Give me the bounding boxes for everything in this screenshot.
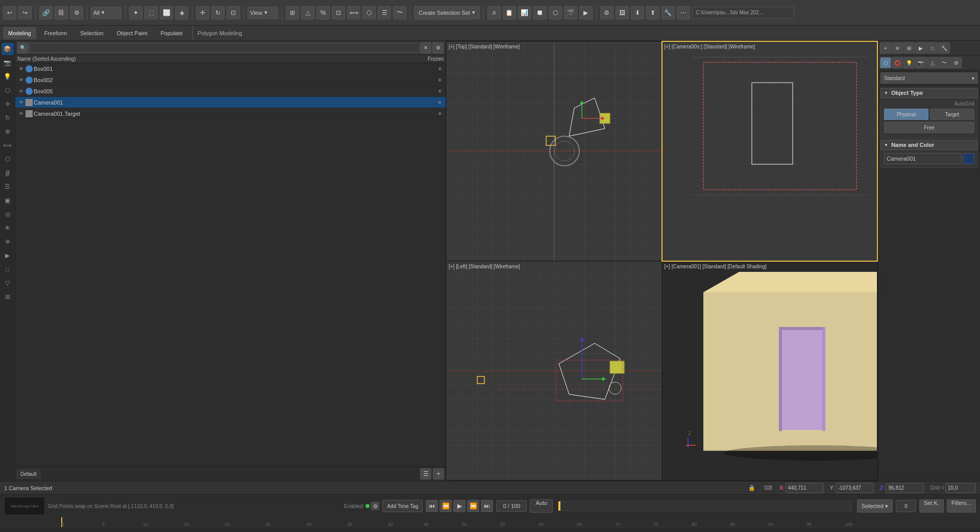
spacewarp-create-icon[interactable]: 〜 (939, 57, 950, 68)
render-frame-button[interactable]: ▶ (579, 6, 593, 19)
z-value[interactable]: 96,812 (886, 483, 924, 493)
cam-create-icon[interactable]: 📷 (915, 57, 926, 68)
sidebar-helper-icon[interactable]: ⊞ (2, 291, 14, 303)
color-swatch[interactable] (963, 153, 974, 164)
sidebar-3dsnap-icon[interactable]: ∯ (2, 167, 14, 179)
eye-icon-camera001-target[interactable]: 👁 (17, 110, 24, 117)
anim-start-button[interactable]: ⏮ (426, 500, 438, 512)
rotate-button[interactable]: ↻ (211, 6, 225, 19)
grid-value[interactable]: 10,0 (945, 483, 976, 493)
sidebar-rotate-icon[interactable]: ↻ (2, 112, 14, 124)
settings-button[interactable]: ⚙ (600, 6, 614, 19)
link-button[interactable]: 🔗 (39, 6, 53, 19)
snap-2d-button[interactable]: ⊞ (286, 6, 299, 19)
sidebar-scene-icon[interactable]: 📦 (2, 43, 14, 55)
sidebar-filter-icon[interactable]: ▽ (2, 277, 14, 289)
sidebar-display-icon[interactable]: □ (2, 263, 14, 275)
physical-button[interactable]: Physical (884, 109, 928, 120)
bind-space-warp-button[interactable]: ⚙ (70, 6, 83, 19)
curve-editor-button[interactable]: 〜 (393, 6, 406, 19)
tab-selection[interactable]: Selection (75, 27, 108, 39)
light-create-icon[interactable]: 💡 (903, 57, 915, 68)
layer-button[interactable]: ☰ (378, 6, 391, 19)
anim-play-button[interactable]: ▶ (453, 500, 465, 512)
tools-button[interactable]: 🔧 (662, 6, 675, 19)
sidebar-group-icon[interactable]: ▣ (2, 194, 14, 207)
render-setup-button[interactable]: 🎬 (564, 6, 577, 19)
select-button[interactable]: ✦ (129, 6, 142, 19)
scene-exp-button[interactable]: 📋 (503, 6, 516, 19)
undo-button[interactable]: ↩ (3, 6, 16, 19)
spinner-snap-button[interactable]: ⊡ (332, 6, 345, 19)
anim-end-button[interactable]: ⏭ (481, 500, 493, 512)
sidebar-align-icon[interactable]: ⬡ (2, 153, 14, 165)
viewport-left[interactable]: [+] [Left] [Standard] [Wireframe] (447, 262, 662, 480)
timeline-slider[interactable] (558, 501, 852, 511)
set-k-button[interactable]: Set K. (919, 499, 944, 513)
tab-modeling[interactable]: Modeling (3, 27, 36, 39)
render-settings-button[interactable]: 🖼 (616, 6, 629, 19)
angle-snap-button[interactable]: △ (301, 6, 314, 19)
mirror-button[interactable]: ⟺ (347, 6, 360, 19)
select-region-button[interactable]: ⬚ (144, 6, 158, 19)
eye-icon-camera001[interactable]: 👁 (17, 99, 24, 106)
scene-item-box005[interactable]: 👁 Box005 ❄ (15, 86, 446, 97)
scale-button[interactable]: ⊡ (227, 6, 240, 19)
view-dropdown[interactable]: View▾ (248, 7, 278, 19)
layer-manage-icon[interactable]: ☰ (420, 468, 431, 479)
track-view-button[interactable]: 📊 (518, 6, 531, 19)
lock-icon[interactable]: 🔒 (747, 483, 757, 493)
percent-snap-button[interactable]: % (316, 6, 330, 19)
scene-search-input[interactable] (30, 43, 419, 53)
motion-icon[interactable]: ▶ (915, 42, 926, 54)
sidebar-render-icon[interactable]: ▶ (2, 249, 14, 262)
auto-key-button[interactable]: Auto (530, 499, 553, 513)
scene-options-icon[interactable]: ⚙ (432, 42, 444, 54)
viewport-camera-top[interactable]: [+] [Camera00s:] [Standard] [Wireframe] (663, 42, 877, 261)
scene-item-camera001[interactable]: 👁 Camera001 ❄ (15, 97, 446, 108)
shape-create-icon[interactable]: ⭕ (892, 57, 903, 68)
standard-dropdown[interactable]: Standard ▾ (880, 72, 978, 84)
object-type-header[interactable]: ▼ Object Type (880, 88, 978, 98)
free-button[interactable]: Free (884, 122, 974, 133)
frame-number-input[interactable]: 0 (896, 500, 916, 512)
mat-editor-button[interactable]: ⬡ (549, 6, 562, 19)
utilities-icon[interactable]: 🔧 (939, 42, 950, 54)
scene-item-box001[interactable]: 👁 Box001 ❄ (15, 63, 446, 74)
eye-icon-box001[interactable]: 👁 (17, 65, 24, 72)
modify-icon[interactable]: ≋ (892, 42, 903, 54)
scene-item-camera001-target[interactable]: 👁 Camera001.Target ❄ (15, 108, 446, 119)
hierarchy-icon[interactable]: ⊞ (903, 42, 915, 54)
anim-prev-frame-button[interactable]: ⏪ (439, 500, 452, 512)
sidebar-light-icon[interactable]: 💡 (2, 70, 14, 83)
y-value[interactable]: -1073,637 (836, 483, 874, 493)
geo-create-icon[interactable]: ⬡ (880, 57, 891, 68)
maxscript-mini[interactable]: MAXScript Mini (4, 497, 45, 515)
default-layer-btn[interactable]: Default (17, 470, 40, 478)
sidebar-mirror-icon[interactable]: ⟺ (2, 139, 14, 151)
move-button[interactable]: ✛ (196, 6, 209, 19)
unlink-button[interactable]: ⛓ (55, 6, 68, 19)
sidebar-move-icon[interactable]: ✛ (2, 98, 14, 110)
layer-add-icon[interactable]: + (433, 468, 444, 479)
x-value[interactable]: 440,711 (786, 483, 824, 493)
eye-icon-box005[interactable]: 👁 (17, 88, 24, 95)
sidebar-isolate-icon[interactable]: ◎ (2, 208, 14, 220)
sidebar-freeze-icon[interactable]: ❄ (2, 236, 14, 248)
sidebar-cam-icon[interactable]: 📷 (2, 57, 14, 69)
filter-dropdown[interactable]: All▾ (91, 7, 121, 19)
target-button[interactable]: Target (930, 109, 974, 120)
add-time-tag-btn[interactable]: Add Time Tag (382, 500, 423, 512)
tab-populate[interactable]: Populate (155, 27, 187, 39)
import-button[interactable]: ⬆ (646, 6, 659, 19)
more-tools-button[interactable]: ⋯ (677, 6, 690, 19)
sidebar-scale-icon[interactable]: ⊕ (2, 125, 14, 138)
viewport-top[interactable]: [+] [Top] [Standard] [Wireframe] (447, 42, 662, 261)
tab-object-paint[interactable]: Object Paint (112, 27, 153, 39)
sidebar-hide-icon[interactable]: 👁 (2, 222, 14, 234)
helper-create-icon[interactable]: △ (927, 57, 938, 68)
name-color-header[interactable]: ▼ Name and Color (880, 140, 978, 150)
keyboard-icon[interactable]: ⌨ (763, 483, 773, 493)
name-input[interactable] (884, 153, 962, 164)
systems-create-icon[interactable]: ⚙ (950, 57, 962, 68)
